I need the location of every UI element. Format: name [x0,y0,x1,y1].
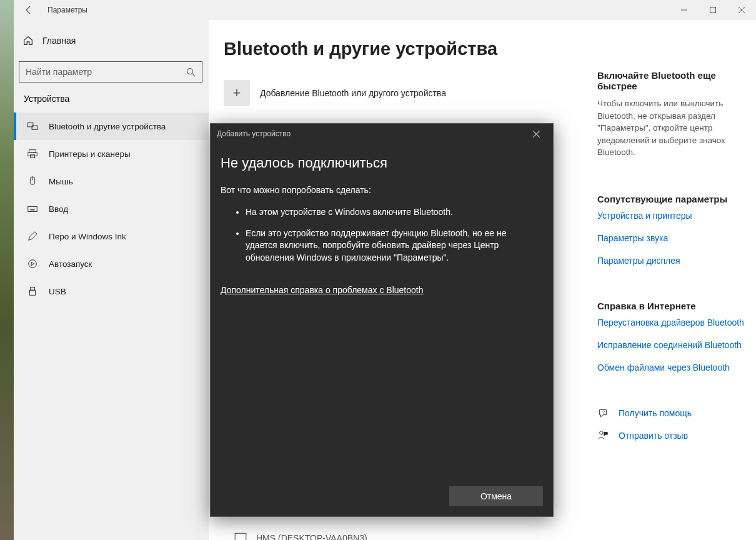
svg-rect-20 [235,533,246,540]
dialog-header: Добавить устройство [211,124,553,144]
search-icon [186,68,196,77]
rp-text-bluetooth-tip: Чтобы включить или выключить Bluetooth, … [597,98,747,159]
svg-point-2 [187,68,192,74]
bluetooth-devices-icon [26,121,39,132]
plus-icon: + [224,80,250,106]
nav-item-autoplay[interactable]: Автозапуск [14,250,209,278]
link-display-settings[interactable]: Параметры дисплея [597,256,747,266]
svg-rect-18 [30,288,34,291]
svg-rect-1 [710,8,716,13]
home-icon [22,35,34,46]
nav-item-pen[interactable]: Перо и Windows Ink [14,222,209,250]
device-name: HMS (DESKTOP-VAA0BN3) [256,533,367,540]
rp-title-bluetooth-tip: Включайте Bluetooth еще быстрее [597,70,747,91]
back-button[interactable] [14,0,44,20]
svg-text:?: ? [602,409,605,415]
page-title: Bluetooth и другие устройства [224,39,497,59]
svg-line-3 [192,73,195,76]
usb-icon [26,286,39,297]
svg-rect-8 [30,155,34,158]
nav-item-usb[interactable]: USB [14,278,209,305]
maximize-button[interactable] [699,0,727,20]
sidebar-section-title: Устройства [14,82,209,109]
sidebar-home[interactable]: Главная [14,28,209,54]
nav-label: Принтеры и сканеры [49,149,131,159]
nav-label: USB [49,287,66,296]
minimize-button[interactable] [670,0,699,20]
dialog-list: На этом устройстве с Windows включите Bl… [246,206,543,264]
dialog-heading: Не удалось подключиться [221,155,543,171]
window-controls [670,0,756,20]
background-strip [0,0,14,540]
dialog-bullet: На этом устройстве с Windows включите Bl… [246,206,543,219]
mouse-icon [26,176,39,187]
device-row[interactable]: HMS (DESKTOP-VAA0BN3) [234,531,367,540]
nav-label: Bluetooth и другие устройства [49,122,166,131]
add-device-row[interactable]: + Добавление Bluetooth или другого устро… [224,80,446,106]
nav-item-typing[interactable]: Ввод [14,195,209,222]
svg-rect-6 [29,150,36,153]
feedback-icon [597,430,609,441]
printer-icon [26,148,39,159]
feedback-label: Отправить отзыв [619,431,688,441]
get-help-action[interactable]: ? Получить помощь [597,408,747,419]
svg-rect-11 [28,206,37,211]
dialog-close-button[interactable] [525,124,547,144]
search-input[interactable] [26,67,186,77]
autoplay-icon [26,258,39,269]
dialog-help-link[interactable]: Дополнительная справка о проблемах с Blu… [221,285,423,295]
nav-item-mouse[interactable]: Мышь [14,168,209,195]
link-fix-bt-connections[interactable]: Исправление соединений Bluetooth [597,340,747,350]
dialog-body: Не удалось подключиться Вот что можно по… [211,144,553,516]
sidebar: Главная Устройства Bluetooth и другие ус… [14,20,209,540]
dialog-cancel-button[interactable]: Отмена [449,486,543,506]
sidebar-home-label: Главная [42,36,76,46]
link-devices-printers[interactable]: Устройства и принтеры [597,211,747,221]
add-device-dialog: Добавить устройство Не удалось подключит… [210,123,554,517]
keyboard-icon [26,203,39,214]
right-pane: Включайте Bluetooth еще быстрее Чтобы вк… [597,70,756,452]
nav-label: Ввод [49,204,68,214]
feedback-action[interactable]: Отправить отзыв [597,430,747,441]
monitor-icon [234,531,247,540]
svg-rect-5 [32,126,37,129]
dialog-bullet: Если это устройство поддерживает функцию… [246,228,543,264]
search-box[interactable] [19,61,202,82]
svg-rect-7 [28,152,37,156]
close-button[interactable] [727,0,756,20]
help-icon: ? [597,408,609,419]
dialog-title: Добавить устройство [217,129,291,138]
window-title: Параметры [47,6,87,14]
rp-title-related: Сопутствующие параметры [597,194,747,204]
nav-label: Автозапуск [49,259,92,269]
nav-item-printers[interactable]: Принтеры и сканеры [14,140,209,168]
sidebar-nav: Bluetooth и другие устройства Принтеры и… [14,112,209,305]
nav-label: Мышь [49,177,73,186]
dialog-subheading: Вот что можно попробовать сделать: [221,185,543,195]
get-help-label: Получить помощь [619,408,692,418]
svg-point-23 [600,431,603,434]
nav-item-bluetooth[interactable]: Bluetooth и другие устройства [14,112,209,140]
pen-icon [26,231,39,242]
svg-point-17 [29,260,37,268]
rp-title-web-help: Справка в Интернете [597,301,747,311]
add-device-label: Добавление Bluetooth или другого устройс… [260,88,446,98]
titlebar: Параметры [14,0,756,20]
link-reinstall-bt-drivers[interactable]: Переустановка драйверов Bluetooth [597,318,747,328]
link-bt-file-sharing[interactable]: Обмен файлами через Bluetooth [597,362,747,372]
svg-rect-19 [30,290,36,295]
svg-rect-4 [27,123,33,127]
link-sound-settings[interactable]: Параметры звука [597,233,747,243]
nav-label: Перо и Windows Ink [49,232,126,241]
